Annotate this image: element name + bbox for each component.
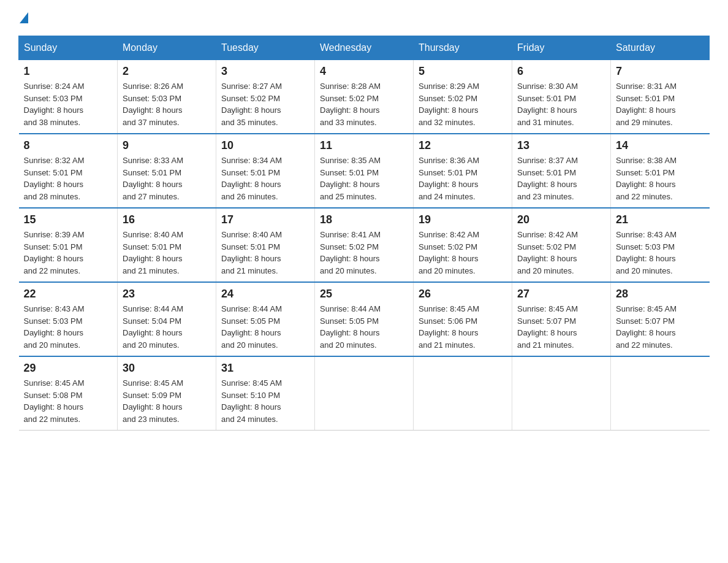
day-number: 30 — [123, 362, 211, 375]
day-info: Sunrise: 8:45 AMSunset: 5:06 PMDaylight:… — [419, 303, 507, 351]
calendar-cell: 24 Sunrise: 8:44 AMSunset: 5:05 PMDaylig… — [216, 282, 315, 356]
calendar-cell: 29 Sunrise: 8:45 AMSunset: 5:08 PMDaylig… — [19, 356, 118, 431]
day-info: Sunrise: 8:32 AMSunset: 5:01 PMDaylight:… — [24, 155, 113, 202]
calendar-cell: 18 Sunrise: 8:41 AMSunset: 5:02 PMDaylig… — [315, 208, 414, 282]
calendar-week-row: 29 Sunrise: 8:45 AMSunset: 5:08 PMDaylig… — [19, 356, 710, 431]
day-info: Sunrise: 8:37 AMSunset: 5:01 PMDaylight:… — [517, 155, 605, 202]
day-number: 7 — [616, 65, 705, 78]
day-number: 19 — [419, 213, 507, 226]
calendar-cell: 20 Sunrise: 8:42 AMSunset: 5:02 PMDaylig… — [512, 208, 611, 282]
page-header — [18, 12, 710, 23]
day-number: 20 — [517, 213, 605, 226]
day-info: Sunrise: 8:45 AMSunset: 5:07 PMDaylight:… — [517, 303, 605, 351]
calendar-cell: 5 Sunrise: 8:29 AMSunset: 5:02 PMDayligh… — [414, 60, 512, 134]
day-info: Sunrise: 8:26 AMSunset: 5:03 PMDaylight:… — [123, 80, 211, 128]
calendar-week-row: 1 Sunrise: 8:24 AMSunset: 5:03 PMDayligh… — [19, 60, 710, 134]
calendar-week-row: 22 Sunrise: 8:43 AMSunset: 5:03 PMDaylig… — [19, 282, 710, 356]
calendar-cell: 1 Sunrise: 8:24 AMSunset: 5:03 PMDayligh… — [19, 60, 118, 134]
day-info: Sunrise: 8:45 AMSunset: 5:10 PMDaylight:… — [221, 377, 309, 425]
calendar-cell: 2 Sunrise: 8:26 AMSunset: 5:03 PMDayligh… — [118, 60, 216, 134]
weekday-header-saturday: Saturday — [611, 36, 710, 60]
calendar-cell: 15 Sunrise: 8:39 AMSunset: 5:01 PMDaylig… — [19, 208, 118, 282]
day-info: Sunrise: 8:39 AMSunset: 5:01 PMDaylight:… — [24, 229, 113, 277]
calendar-cell: 26 Sunrise: 8:45 AMSunset: 5:06 PMDaylig… — [414, 282, 512, 356]
day-info: Sunrise: 8:31 AMSunset: 5:01 PMDaylight:… — [616, 80, 705, 128]
day-info: Sunrise: 8:29 AMSunset: 5:02 PMDaylight:… — [419, 80, 507, 128]
day-number: 31 — [221, 362, 309, 375]
calendar-cell — [414, 356, 512, 431]
day-number: 18 — [320, 213, 408, 226]
calendar-cell: 12 Sunrise: 8:36 AMSunset: 5:01 PMDaylig… — [414, 134, 512, 208]
calendar-cell: 17 Sunrise: 8:40 AMSunset: 5:01 PMDaylig… — [216, 208, 315, 282]
day-info: Sunrise: 8:35 AMSunset: 5:01 PMDaylight:… — [320, 155, 408, 202]
day-number: 3 — [221, 65, 309, 78]
calendar-cell: 16 Sunrise: 8:40 AMSunset: 5:01 PMDaylig… — [118, 208, 216, 282]
calendar-cell: 27 Sunrise: 8:45 AMSunset: 5:07 PMDaylig… — [512, 282, 611, 356]
day-info: Sunrise: 8:40 AMSunset: 5:01 PMDaylight:… — [221, 229, 309, 277]
day-number: 24 — [221, 288, 309, 301]
day-info: Sunrise: 8:45 AMSunset: 5:08 PMDaylight:… — [24, 377, 113, 425]
day-info: Sunrise: 8:27 AMSunset: 5:02 PMDaylight:… — [221, 80, 309, 128]
calendar-cell: 23 Sunrise: 8:44 AMSunset: 5:04 PMDaylig… — [118, 282, 216, 356]
calendar-cell: 30 Sunrise: 8:45 AMSunset: 5:09 PMDaylig… — [118, 356, 216, 431]
day-info: Sunrise: 8:33 AMSunset: 5:01 PMDaylight:… — [123, 155, 211, 202]
logo-triangle-icon — [20, 12, 28, 23]
calendar-cell: 22 Sunrise: 8:43 AMSunset: 5:03 PMDaylig… — [19, 282, 118, 356]
weekday-header-friday: Friday — [512, 36, 611, 60]
weekday-header-row: SundayMondayTuesdayWednesdayThursdayFrid… — [19, 36, 710, 60]
day-number: 26 — [419, 288, 507, 301]
calendar-cell: 6 Sunrise: 8:30 AMSunset: 5:01 PMDayligh… — [512, 60, 611, 134]
calendar-cell: 3 Sunrise: 8:27 AMSunset: 5:02 PMDayligh… — [216, 60, 315, 134]
day-info: Sunrise: 8:44 AMSunset: 5:04 PMDaylight:… — [123, 303, 211, 351]
day-info: Sunrise: 8:42 AMSunset: 5:02 PMDaylight:… — [419, 229, 507, 277]
day-number: 13 — [517, 139, 605, 152]
calendar-cell: 31 Sunrise: 8:45 AMSunset: 5:10 PMDaylig… — [216, 356, 315, 431]
day-info: Sunrise: 8:45 AMSunset: 5:07 PMDaylight:… — [616, 303, 705, 351]
calendar-cell — [315, 356, 414, 431]
day-number: 17 — [221, 213, 309, 226]
day-info: Sunrise: 8:28 AMSunset: 5:02 PMDaylight:… — [320, 80, 408, 128]
day-number: 4 — [320, 65, 408, 78]
calendar-week-row: 8 Sunrise: 8:32 AMSunset: 5:01 PMDayligh… — [19, 134, 710, 208]
calendar-cell: 10 Sunrise: 8:34 AMSunset: 5:01 PMDaylig… — [216, 134, 315, 208]
calendar-table: SundayMondayTuesdayWednesdayThursdayFrid… — [18, 36, 710, 431]
day-number: 16 — [123, 213, 211, 226]
day-number: 1 — [24, 65, 113, 78]
day-info: Sunrise: 8:38 AMSunset: 5:01 PMDaylight:… — [616, 155, 705, 202]
day-info: Sunrise: 8:44 AMSunset: 5:05 PMDaylight:… — [320, 303, 408, 351]
calendar-cell: 8 Sunrise: 8:32 AMSunset: 5:01 PMDayligh… — [19, 134, 118, 208]
day-info: Sunrise: 8:34 AMSunset: 5:01 PMDaylight:… — [221, 155, 309, 202]
weekday-header-thursday: Thursday — [414, 36, 512, 60]
calendar-cell: 14 Sunrise: 8:38 AMSunset: 5:01 PMDaylig… — [611, 134, 710, 208]
day-info: Sunrise: 8:44 AMSunset: 5:05 PMDaylight:… — [221, 303, 309, 351]
day-number: 10 — [221, 139, 309, 152]
day-number: 9 — [123, 139, 211, 152]
calendar-cell: 9 Sunrise: 8:33 AMSunset: 5:01 PMDayligh… — [118, 134, 216, 208]
day-number: 21 — [616, 213, 705, 226]
day-info: Sunrise: 8:40 AMSunset: 5:01 PMDaylight:… — [123, 229, 211, 277]
calendar-cell — [512, 356, 611, 431]
day-number: 23 — [123, 288, 211, 301]
day-number: 28 — [616, 288, 705, 301]
day-info: Sunrise: 8:24 AMSunset: 5:03 PMDaylight:… — [24, 80, 113, 128]
day-info: Sunrise: 8:36 AMSunset: 5:01 PMDaylight:… — [419, 155, 507, 202]
weekday-header-sunday: Sunday — [19, 36, 118, 60]
calendar-cell: 11 Sunrise: 8:35 AMSunset: 5:01 PMDaylig… — [315, 134, 414, 208]
day-info: Sunrise: 8:43 AMSunset: 5:03 PMDaylight:… — [24, 303, 113, 351]
day-info: Sunrise: 8:30 AMSunset: 5:01 PMDaylight:… — [517, 80, 605, 128]
calendar-cell — [611, 356, 710, 431]
day-number: 15 — [24, 213, 113, 226]
calendar-cell: 28 Sunrise: 8:45 AMSunset: 5:07 PMDaylig… — [611, 282, 710, 356]
day-number: 12 — [419, 139, 507, 152]
calendar-cell: 7 Sunrise: 8:31 AMSunset: 5:01 PMDayligh… — [611, 60, 710, 134]
calendar-cell: 19 Sunrise: 8:42 AMSunset: 5:02 PMDaylig… — [414, 208, 512, 282]
day-number: 6 — [517, 65, 605, 78]
day-number: 11 — [320, 139, 408, 152]
logo — [18, 12, 29, 23]
day-info: Sunrise: 8:43 AMSunset: 5:03 PMDaylight:… — [616, 229, 705, 277]
calendar-week-row: 15 Sunrise: 8:39 AMSunset: 5:01 PMDaylig… — [19, 208, 710, 282]
day-number: 8 — [24, 139, 113, 152]
day-number: 27 — [517, 288, 605, 301]
day-info: Sunrise: 8:42 AMSunset: 5:02 PMDaylight:… — [517, 229, 605, 277]
weekday-header-tuesday: Tuesday — [216, 36, 315, 60]
